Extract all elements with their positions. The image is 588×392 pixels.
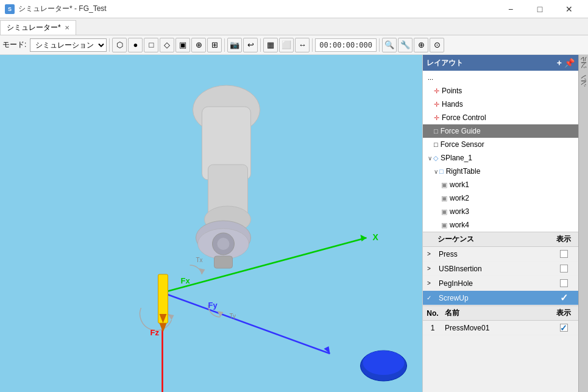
hands-icon: ✛ (434, 101, 439, 109)
seq-row-usb[interactable]: > USBInsertion (423, 262, 578, 276)
seq-row-screwup[interactable]: ✓ ScrewUp ✓ (423, 291, 578, 305)
svg-point-28 (361, 351, 407, 381)
viewport[interactable]: X Tx Ty Fx Fy Fz (0, 55, 422, 392)
toolbar-btn-undo[interactable]: ↩ (243, 38, 258, 52)
svg-point-3 (205, 206, 251, 233)
tree-item-work2[interactable]: ▣ work2 (423, 191, 578, 205)
tree-item-dots[interactable]: ... (423, 71, 578, 84)
seq-header-show: 表示 (549, 232, 578, 246)
tree-label-work4: work4 (450, 221, 469, 229)
toolbar-btn-diamond[interactable]: ◇ (160, 38, 174, 52)
toolbar-btn-settings[interactable]: 🔧 (398, 38, 413, 52)
tree-item-force-guide[interactable]: □ Force Guide (423, 124, 578, 138)
tree-item-work3[interactable]: ▣ work3 (423, 205, 578, 218)
layout-panel-title: レイアウト (427, 58, 463, 68)
simulator-tab[interactable]: シミュレーター* ✕ (0, 20, 76, 35)
peginhole-check[interactable] (549, 279, 578, 287)
toolbar-separator-2 (224, 38, 225, 52)
toolbar-btn-sphere[interactable]: ● (128, 38, 143, 52)
sequence-table-header: シーケンス 表示 (423, 232, 578, 247)
usb-checkbox[interactable] (560, 265, 568, 273)
layout-expand-btn[interactable]: + (557, 58, 562, 68)
work3-icon: ▣ (441, 208, 447, 216)
screwup-checkmark: ✓ (560, 292, 568, 304)
svg-point-7 (218, 238, 230, 250)
seq-row-peginhole[interactable]: > PegInHole (423, 276, 578, 291)
tab-close-icon[interactable]: ✕ (65, 24, 69, 31)
press-expand-icon[interactable]: > (423, 251, 435, 257)
screwup-expand-icon[interactable]: ✓ (423, 294, 435, 301)
tab-bar: シミュレーター* ✕ (0, 18, 588, 35)
toolbar-btn-camera[interactable]: 📷 (227, 38, 242, 52)
svg-marker-21 (168, 314, 174, 320)
tree-item-splane[interactable]: ∨ ◇ SPlane_1 (423, 151, 578, 165)
detail-checkbox-1[interactable]: ✓ (560, 324, 568, 332)
tree-item-points[interactable]: ✛ Points (423, 84, 578, 98)
usb-name: USBInsertion (435, 265, 549, 273)
svg-marker-11 (361, 235, 367, 241)
close-button[interactable]: ✕ (555, 0, 583, 18)
mode-select[interactable]: シミュレーション (30, 38, 107, 52)
svg-point-29 (363, 351, 405, 375)
tree-item-work4[interactable]: ▣ work4 (423, 218, 578, 232)
svg-marker-26 (160, 314, 167, 323)
usb-check[interactable] (549, 265, 578, 273)
press-check[interactable] (549, 250, 578, 258)
righttable-icon: □ (439, 168, 444, 175)
mode-label: モード: (2, 40, 26, 50)
toolbar-btn-box[interactable]: ⬡ (112, 38, 127, 52)
tree-item-force-sensor[interactable]: □ Force Sensor (423, 138, 578, 151)
minimize-button[interactable]: − (497, 0, 525, 18)
maximize-button[interactable]: □ (526, 0, 554, 18)
detail-row-1[interactable]: 1 PressMove01 ✓ (423, 321, 578, 335)
tree-item-force-control[interactable]: ✛ Force Control (423, 111, 578, 124)
layout-panel-header-right: + 📌 (557, 58, 575, 68)
title-bar: S シミュレーター* - FG_Test − □ ✕ (0, 0, 588, 18)
tab-label: シミュレーター* (7, 23, 61, 33)
tree-item-work1[interactable]: ▣ work1 (423, 178, 578, 191)
toolbar-btn-table[interactable]: ▦ (263, 38, 278, 52)
peginhole-expand-icon[interactable]: > (423, 280, 435, 287)
toolbar-btn-frame[interactable]: ⬜ (279, 38, 294, 52)
righttable-expand-icon[interactable]: ∨ (434, 168, 438, 175)
svg-marker-19 (218, 311, 224, 317)
layout-pin-btn[interactable]: 📌 (564, 58, 575, 68)
points-icon: ✛ (434, 87, 439, 95)
work1-icon: ▣ (441, 181, 447, 189)
main-area: X Tx Ty Fx Fy Fz (0, 55, 588, 392)
toolbar-btn-grid[interactable]: ▣ (175, 38, 190, 52)
detail-check-tick: ✓ (560, 323, 567, 333)
vtab-tools[interactable]: ツール (579, 57, 589, 74)
screwup-check[interactable]: ✓ (549, 292, 578, 304)
tree-label-force-guide: Force Guide (441, 127, 481, 135)
toolbar-btn-resize[interactable]: ↔ (295, 38, 310, 52)
screwup-name: ScrewUp (435, 294, 549, 302)
tree-item-hands[interactable]: ✛ Hands (423, 98, 578, 111)
seq-row-press[interactable]: > Press (423, 247, 578, 262)
right-panel: レイアウト + 📌 ... ✛ Points (422, 55, 578, 392)
toolbar-btn-record[interactable]: ⊙ (430, 38, 444, 52)
tree-label-force-control: Force Control (442, 113, 486, 122)
detail-table-header: No. 名前 表示 (423, 306, 578, 321)
peginhole-checkbox[interactable] (560, 279, 568, 287)
layout-panel-header: レイアウト + 📌 (423, 55, 578, 71)
svg-marker-14 (324, 346, 330, 354)
vtab-scene[interactable]: シーン (579, 76, 589, 93)
svg-line-10 (163, 238, 367, 293)
window-controls: − □ ✕ (497, 0, 583, 18)
svg-point-9 (159, 289, 166, 296)
toolbar-btn-cube[interactable]: □ (144, 38, 158, 52)
tree-item-righttable[interactable]: ∨ □ RightTable (423, 165, 578, 178)
toolbar-btn-search[interactable]: 🔍 (382, 38, 397, 52)
seq-header-expand (423, 232, 435, 246)
usb-expand-icon[interactable]: > (423, 265, 435, 272)
svg-text:Ty: Ty (230, 313, 236, 319)
svg-text:Fz: Fz (151, 328, 160, 337)
toolbar-btn-add[interactable]: ⊕ (191, 38, 206, 52)
detail-row-1-check[interactable]: ✓ (549, 324, 578, 332)
splane-icon: ◇ (433, 154, 438, 162)
splane-expand-icon[interactable]: ∨ (428, 155, 432, 162)
press-checkbox[interactable] (560, 250, 568, 258)
toolbar-btn-plus[interactable]: ⊕ (414, 38, 428, 52)
toolbar-btn-layout[interactable]: ⊞ (207, 38, 222, 52)
